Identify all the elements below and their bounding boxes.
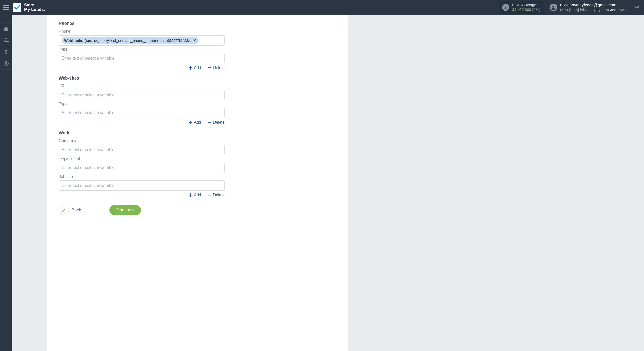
menu-toggle[interactable]: [0, 0, 12, 15]
account-email: alice.savemyleads@gmail.com: [560, 3, 626, 8]
topbar: Save My Leads. i LEADS usage: 30 of 2'00…: [0, 0, 644, 15]
section-heading-websites: Web-sites: [59, 76, 225, 81]
input-jobtitle-field[interactable]: [62, 183, 222, 188]
logo-icon: [13, 3, 21, 12]
hamburger-icon: [3, 5, 9, 10]
plus-icon: [189, 193, 192, 197]
brand[interactable]: Save My Leads.: [13, 3, 45, 12]
back-button[interactable]: Back: [59, 205, 81, 215]
label-phone-type: Type: [59, 47, 225, 52]
input-url-type[interactable]: [59, 108, 225, 118]
home-icon: [3, 26, 9, 31]
input-company-field[interactable]: [62, 148, 222, 152]
chevron-down-icon: [634, 6, 639, 9]
input-phone-type-field[interactable]: [62, 56, 222, 61]
account-menu[interactable]: alice.savemyleads@gmail.com Plan |Start|…: [550, 3, 626, 13]
account-plan: Plan |Start| left until payment 368 days: [560, 8, 626, 13]
delete-phone-button[interactable]: Delete: [208, 65, 225, 70]
add-phone-button[interactable]: Add: [189, 65, 201, 70]
account-caret[interactable]: [633, 6, 640, 9]
input-phone-type[interactable]: [59, 53, 225, 63]
delete-website-button[interactable]: Delete: [208, 120, 225, 125]
delete-work-button[interactable]: Delete: [208, 193, 225, 197]
svg-rect-2: [4, 41, 5, 42]
minus-icon: [208, 66, 211, 70]
svg-text:$: $: [5, 49, 7, 55]
usage-indicator[interactable]: i LEADS usage: 30 of 2'000 (2%): [499, 1, 544, 14]
sidebar: $: [0, 15, 12, 351]
svg-point-0: [552, 6, 554, 8]
label-company: Company: [59, 139, 225, 143]
input-jobtitle[interactable]: [59, 180, 225, 191]
svg-rect-1: [5, 38, 7, 39]
input-url-type-field[interactable]: [62, 111, 222, 115]
svg-point-7: [5, 62, 7, 64]
usage-values: 30 of 2'000 (2%): [512, 7, 540, 12]
label-department: Department: [59, 156, 225, 161]
svg-rect-3: [5, 41, 7, 42]
label-jobtitle: Job title: [59, 174, 225, 179]
input-url[interactable]: [59, 90, 225, 100]
input-department[interactable]: [59, 163, 225, 173]
sidebar-item-account[interactable]: [0, 58, 12, 70]
dollar-icon: $: [4, 49, 8, 55]
label-url: URL: [59, 84, 225, 88]
section-heading-work: Work: [59, 130, 225, 135]
sidebar-item-home[interactable]: [0, 22, 12, 34]
brand-name: Save My Leads.: [24, 3, 45, 12]
sitemap-icon: [3, 38, 9, 43]
pencil-icon: [59, 205, 69, 215]
form-card: Phones Phone Webhooks (source) | payload…: [47, 15, 348, 351]
label-url-type: Type: [59, 102, 225, 106]
minus-icon: [208, 193, 211, 197]
sidebar-item-connections[interactable]: [0, 34, 12, 46]
user-icon: [4, 61, 9, 66]
continue-button[interactable]: Continue: [109, 205, 141, 215]
svg-rect-4: [7, 41, 9, 42]
avatar-icon: [550, 4, 557, 11]
variable-chip-phone: Webhooks (source) | payload_contact_phon…: [62, 37, 199, 44]
label-phone: Phone: [59, 29, 225, 34]
plus-icon: [189, 66, 192, 70]
add-work-button[interactable]: Add: [189, 193, 201, 197]
input-department-field[interactable]: [62, 165, 222, 170]
input-company[interactable]: [59, 145, 225, 155]
minus-icon: [208, 121, 211, 124]
sidebar-item-billing[interactable]: $: [0, 46, 12, 58]
chip-remove-icon[interactable]: ✕: [193, 38, 196, 43]
section-heading-phones: Phones: [59, 21, 225, 26]
info-icon: i: [502, 4, 509, 11]
add-website-button[interactable]: Add: [189, 120, 201, 125]
input-phone[interactable]: Webhooks (source) | payload_contact_phon…: [59, 35, 225, 46]
usage-title: LEADS usage:: [512, 3, 540, 7]
plus-icon: [189, 121, 192, 124]
input-url-field[interactable]: [62, 93, 222, 97]
